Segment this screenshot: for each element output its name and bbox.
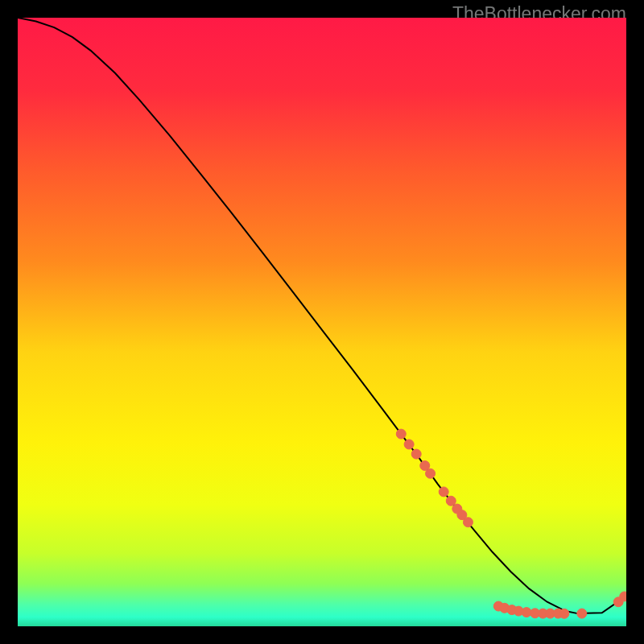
chart-container: TheBottlenecker.com	[0, 0, 644, 644]
gradient-background	[18, 18, 626, 626]
data-point	[463, 518, 473, 527]
data-point	[396, 429, 406, 439]
chart-svg	[18, 18, 626, 626]
data-point	[577, 609, 587, 618]
plot-area	[18, 18, 626, 626]
data-point	[559, 609, 569, 618]
data-point	[439, 487, 448, 497]
data-point	[620, 592, 626, 601]
data-point	[446, 496, 456, 506]
data-point	[426, 469, 436, 478]
data-point	[404, 440, 414, 449]
data-point	[411, 449, 421, 459]
